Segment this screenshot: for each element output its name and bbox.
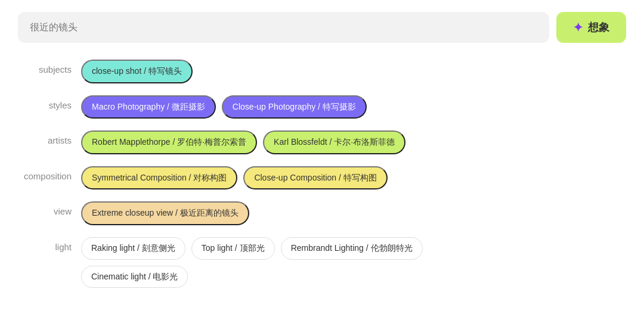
category-label-artists: artists (18, 130, 72, 145)
tags-container-light: Raking light / 刻意侧光Top light / 顶部光Rembra… (81, 237, 499, 288)
tag-styles-0[interactable]: Macro Photography / 微距摄影 (81, 95, 216, 119)
tags-container-composition: Symmetrical Composition / 对称构图Close-up C… (81, 166, 388, 190)
category-row-artists: artistsRobert Mapplethorpe / 罗伯特·梅普尔索普Ka… (18, 130, 626, 154)
category-label-composition: composition (18, 166, 72, 181)
category-row-light: lightRaking light / 刻意侧光Top light / 顶部光R… (18, 237, 626, 288)
tags-container-styles: Macro Photography / 微距摄影Close-up Photogr… (81, 95, 367, 119)
category-label-subjects: subjects (18, 60, 72, 74)
spark-icon: ✦ (573, 20, 583, 35)
imagine-button[interactable]: ✦ 想象 (556, 12, 626, 43)
category-label-view: view (18, 201, 72, 216)
tags-container-subjects: close-up shot / 特写镜头 (81, 60, 193, 83)
tag-subjects-0[interactable]: close-up shot / 特写镜头 (81, 60, 193, 83)
search-row: ✦ 想象 (18, 12, 626, 43)
tag-light-3[interactable]: Cinematic light / 电影光 (81, 266, 188, 288)
tags-container-artists: Robert Mapplethorpe / 罗伯特·梅普尔索普Karl Blos… (81, 130, 405, 154)
tags-container-view: Extreme closeup view / 极近距离的镜头 (81, 201, 249, 225)
tag-composition-0[interactable]: Symmetrical Composition / 对称构图 (81, 166, 237, 190)
category-row-styles: stylesMacro Photography / 微距摄影Close-up P… (18, 95, 626, 119)
tag-light-1[interactable]: Top light / 顶部光 (191, 237, 275, 260)
category-label-styles: styles (18, 95, 72, 110)
category-row-subjects: subjectsclose-up shot / 特写镜头 (18, 60, 626, 83)
tag-artists-0[interactable]: Robert Mapplethorpe / 罗伯特·梅普尔索普 (81, 130, 257, 154)
imagine-label: 想象 (588, 20, 609, 35)
tag-light-2[interactable]: Rembrandt Lighting / 伦勃朗特光 (281, 237, 423, 260)
tag-view-0[interactable]: Extreme closeup view / 极近距离的镜头 (81, 201, 249, 225)
categories-container: subjectsclose-up shot / 特写镜头stylesMacro … (18, 60, 626, 288)
category-row-composition: compositionSymmetrical Composition / 对称构… (18, 166, 626, 190)
tag-composition-1[interactable]: Close-up Composition / 特写构图 (243, 166, 387, 190)
category-row-view: viewExtreme closeup view / 极近距离的镜头 (18, 201, 626, 225)
tag-styles-1[interactable]: Close-up Photography / 特写摄影 (222, 95, 367, 119)
tag-artists-1[interactable]: Karl Blossfeldt / 卡尔·布洛斯菲德 (263, 130, 405, 154)
tag-light-0[interactable]: Raking light / 刻意侧光 (81, 237, 185, 260)
search-input[interactable] (18, 12, 549, 43)
category-label-light: light (18, 237, 72, 252)
